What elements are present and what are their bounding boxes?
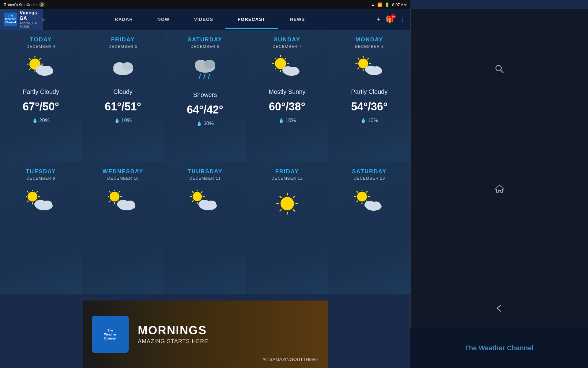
- weather-desc-mon: Partly Cloudy: [351, 88, 388, 95]
- temp-fri: 61°/51°: [105, 100, 141, 113]
- forecast-cell-wed[interactable]: WEDNESDAY DECEMBER 10: [82, 162, 164, 294]
- weather-icon-fri: [108, 55, 138, 83]
- forecast-cell-today[interactable]: TODAY DECEMBER 4: [0, 30, 82, 162]
- logo-text: The Weather Channel: [5, 14, 16, 24]
- tab-now[interactable]: NOW: [145, 9, 182, 29]
- day-date-today: DECEMBER 4: [26, 44, 55, 49]
- nav-actions: + 🎁 30 ⋮: [377, 15, 410, 23]
- signal-icon: ▲: [371, 2, 375, 7]
- svg-line-40: [368, 58, 368, 59]
- tab-forecast[interactable]: FORECAST: [225, 9, 278, 29]
- precip-today: 💧20%: [32, 117, 50, 124]
- weather-icon-thu: [190, 190, 221, 218]
- forecast-cell-thu[interactable]: THURSDAY DECEMBER 11: [164, 162, 246, 294]
- svg-point-90: [357, 192, 367, 201]
- svg-line-26: [275, 58, 276, 59]
- weather-desc-sun: Mostly Sunny: [269, 88, 305, 95]
- temp-today: 67°/50°: [23, 100, 59, 113]
- forecast-cell-fri[interactable]: FRIDAY DECEMBER 5 Cloudy 61°/51° 💧10%: [82, 30, 164, 162]
- svg-line-88: [293, 196, 295, 197]
- svg-line-76: [201, 192, 202, 193]
- svg-line-7: [40, 59, 40, 59]
- day-date-mon: DECEMBER 8: [355, 44, 384, 49]
- status-bar-left: Robyn's 9th Kindle 2: [4, 2, 45, 7]
- search-icon: [495, 64, 504, 74]
- svg-line-77: [192, 201, 193, 201]
- svg-line-62: [109, 191, 110, 192]
- weather-desc-fri: Cloudy: [113, 88, 132, 95]
- day-date-fri2: DECEMBER 12: [271, 176, 303, 181]
- location-info[interactable]: Vinings, GA Atlanta, GA 30339: [20, 10, 39, 29]
- svg-point-56: [42, 201, 52, 207]
- forecast-cell-mon[interactable]: MONDAY DECEMBER 8 Partly: [328, 30, 410, 162]
- day-date-sat2: DECEMBER 13: [354, 176, 385, 181]
- svg-line-41: [358, 68, 359, 69]
- temp-sun: 60°/38°: [269, 100, 305, 113]
- svg-line-98: [357, 201, 358, 202]
- precip-sun: 💧10%: [278, 117, 296, 124]
- menu-button[interactable]: ⋮: [399, 15, 405, 23]
- day-name-tue: TUESDAY: [26, 168, 56, 175]
- day-date-sat: DECEMBER 6: [190, 44, 220, 49]
- gift-button[interactable]: 🎁 30: [386, 15, 394, 23]
- svg-line-8: [29, 69, 30, 70]
- weather-icon-fri2: [272, 190, 303, 221]
- svg-point-17: [204, 60, 215, 68]
- search-sidebar-button[interactable]: [490, 60, 509, 78]
- svg-point-32: [290, 67, 298, 73]
- svg-point-69: [193, 192, 202, 201]
- forecast-cell-fri2[interactable]: FRIDAY DECEMBER 12: [246, 162, 328, 294]
- day-date-thu: DECEMBER 11: [189, 176, 221, 181]
- ad-content: MORNINGS AMAZING STARTS HERE.: [138, 324, 328, 345]
- ad-banner[interactable]: The Weather Channel MORNINGS AMAZING STA…: [83, 301, 328, 368]
- tab-news[interactable]: NEWS: [278, 9, 317, 29]
- ad-hashtag: #ITSAMAZINGOUTTHERE: [262, 357, 318, 362]
- ad-title: MORNINGS: [138, 324, 328, 337]
- precip-mon: 💧10%: [360, 117, 378, 124]
- svg-point-11: [43, 66, 52, 73]
- svg-line-86: [280, 196, 281, 197]
- svg-line-50: [27, 191, 28, 192]
- svg-line-38: [358, 58, 359, 59]
- forecast-cell-tue[interactable]: TUESDAY DECEMBER 9: [0, 162, 82, 294]
- svg-line-52: [37, 191, 38, 192]
- weather-desc-today: Partly Cloudy: [23, 88, 59, 95]
- clock: 8:07 AM: [392, 2, 407, 7]
- svg-line-97: [366, 191, 367, 192]
- svg-point-101: [372, 201, 380, 208]
- svg-point-14: [122, 62, 133, 71]
- ad-logo-text: The Weather Channel: [104, 328, 116, 340]
- tab-videos[interactable]: VIDEOS: [182, 9, 225, 29]
- notification-count: 2: [39, 2, 45, 7]
- nav-tabs: RADAR NOW VIDEOS FORECAST NEWS: [43, 9, 377, 29]
- svg-line-29: [275, 68, 276, 69]
- ad-logo: The Weather Channel: [92, 316, 129, 353]
- header: The Weather Channel Vinings, GA Atlanta,…: [0, 9, 410, 30]
- add-button[interactable]: +: [377, 15, 381, 23]
- weather-icon-mon: [354, 55, 385, 83]
- svg-line-95: [357, 191, 358, 192]
- temp-sat: 64°/42°: [187, 103, 223, 116]
- home-sidebar-button[interactable]: [490, 179, 509, 198]
- app-title: Robyn's 9th Kindle: [4, 2, 37, 7]
- day-name-today: TODAY: [30, 36, 52, 43]
- location-city: Vinings, GA: [20, 10, 39, 21]
- forecast-cell-sat[interactable]: SATURDAY DECEMBER 6 Showers 64°/42° 💧60%: [164, 30, 246, 162]
- svg-point-57: [110, 192, 119, 201]
- forecast-cell-sat2[interactable]: SATURDAY DECEMBER 13: [328, 162, 410, 294]
- forecast-cell-sun[interactable]: SUNDAY DECEMBER 7 Mostly: [246, 30, 328, 162]
- status-bar: Robyn's 9th Kindle 2 ▲ 📶 🔋 8:07 AM: [0, 0, 410, 9]
- svg-line-89: [280, 210, 281, 211]
- weather-icon-sat: [190, 55, 221, 86]
- back-sidebar-button[interactable]: [490, 299, 509, 317]
- day-date-tue: DECEMBER 9: [26, 176, 55, 181]
- gift-badge: 30: [391, 14, 396, 19]
- bottom-app-label: The Weather Channel: [465, 344, 534, 352]
- weather-icon-today: [26, 55, 56, 83]
- tab-radar[interactable]: RADAR: [103, 9, 145, 29]
- back-icon: [495, 303, 504, 313]
- day-name-thu: THURSDAY: [187, 168, 222, 175]
- status-bar-right: ▲ 📶 🔋 8:07 AM: [371, 2, 407, 7]
- temp-mon: 54°/36°: [351, 100, 388, 113]
- day-name-wed: WEDNESDAY: [103, 168, 143, 175]
